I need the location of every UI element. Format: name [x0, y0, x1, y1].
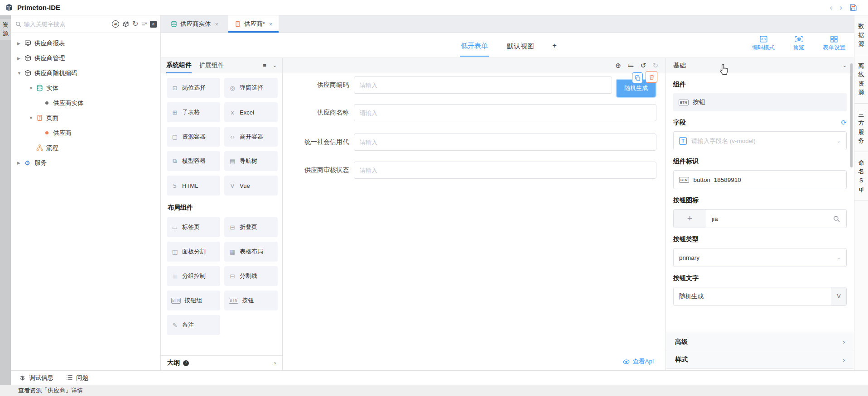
button-text-input[interactable] [674, 287, 831, 305]
collapse-arrow-icon[interactable]: ▼ [29, 116, 36, 120]
collapse-arrow-icon[interactable]: ▼ [29, 86, 36, 91]
chevron-down-icon[interactable]: ⌄ [843, 62, 847, 68]
debug-info-tab[interactable]: 调试信息 [19, 374, 53, 382]
translate-icon[interactable]: a [150, 21, 157, 28]
sort-icon[interactable]: ≡▴ [141, 21, 147, 27]
problems-tab[interactable]: 问题 [66, 374, 88, 382]
component-post-select[interactable]: ⊡岗位选择 [167, 78, 220, 98]
chevron-down-icon[interactable]: ⌄ [273, 62, 277, 68]
delete-icon[interactable] [646, 71, 657, 83]
rail-tab-thirdparty-services[interactable]: 三方服务 [854, 104, 868, 152]
variable-bind-button[interactable]: V [831, 287, 846, 305]
component-collapse-page[interactable]: ⊟折叠页 [224, 217, 278, 237]
credit-code-input[interactable] [354, 134, 656, 151]
rail-tab-named-sql[interactable]: 命名Sql [854, 152, 868, 200]
component-nav-tree[interactable]: ▤导航树 [224, 151, 278, 171]
component-procode-container[interactable]: ‹›高开容器 [224, 127, 278, 147]
component-button[interactable]: BTN按钮 [224, 291, 278, 310]
rail-tab-resources[interactable]: 资源 [0, 19, 11, 40]
tree-item-supplier-random-code[interactable]: ▼ 供应商随机编码 [11, 66, 160, 81]
field-select[interactable]: T ⌄ [673, 131, 847, 150]
right-tool-rail: 数据源 离线资源 三方服务 命名Sql [854, 15, 868, 385]
form-settings-button[interactable]: 表单设置 [822, 36, 846, 52]
view-tab-default-view[interactable]: 默认视图 [506, 35, 535, 56]
tree-item-process[interactable]: 流程 [11, 140, 160, 155]
component-tab-page[interactable]: ▭标签页 [167, 217, 220, 237]
tree-item-pages[interactable]: ▼ 页面 [11, 110, 160, 125]
outline-tree-icon[interactable]: ≔ [627, 62, 634, 69]
expand-arrow-icon[interactable]: ▶ [17, 56, 24, 61]
nav-forward-icon[interactable]: › [839, 4, 842, 11]
component-dialog-select[interactable]: ◎弹窗选择 [224, 78, 278, 98]
panel-split-icon: ◫ [171, 248, 178, 255]
redo-icon[interactable]: ↻ [652, 62, 658, 69]
field-refresh-icon[interactable]: ⟳ [841, 119, 847, 127]
component-divider[interactable]: ⊟分割线 [224, 266, 278, 286]
chevron-right-icon[interactable]: › [274, 360, 276, 366]
rail-tab-datasource[interactable]: 数据源 [854, 15, 868, 55]
component-button-group[interactable]: BTN按钮组 [167, 291, 220, 310]
component-id-input[interactable] [694, 177, 841, 183]
tree-item-services[interactable]: ▶ ⚙ 服务 [11, 155, 160, 170]
component-excel[interactable]: xExcel [224, 102, 278, 122]
button-type-select[interactable]: ⌄ [673, 248, 847, 267]
chevron-down-icon[interactable]: ⌄ [837, 138, 841, 144]
tab-supplier-entity[interactable]: 供应商实体 × [164, 15, 225, 33]
preview-button[interactable]: 预览 [787, 36, 810, 52]
component-html[interactable]: 5HTML [167, 176, 220, 196]
icon-search-button[interactable] [826, 210, 846, 228]
tab-extension-components[interactable]: 扩展组件 [199, 58, 224, 73]
component-group-control[interactable]: ≣分组控制 [167, 266, 220, 286]
nav-tree-icon: ▤ [229, 158, 236, 165]
close-icon[interactable]: × [269, 21, 273, 28]
view-tab-lowcode-form[interactable]: 低开表单 [460, 35, 489, 57]
icon-name-input[interactable] [706, 210, 826, 228]
supplier-name-input[interactable] [354, 104, 656, 121]
collapse-arrow-icon[interactable]: ▼ [17, 71, 24, 76]
refresh-icon[interactable]: ↻ [132, 20, 138, 28]
selected-component-box[interactable]: BTN 按钮 [673, 93, 847, 111]
component-model-container[interactable]: ⧉模型容器 [167, 151, 220, 171]
save-icon[interactable] [849, 4, 857, 11]
outline-footer[interactable]: 大纲 i › [161, 355, 283, 370]
component-remark[interactable]: ✎备注 [167, 315, 220, 335]
component-table-layout[interactable]: ▦表格布局 [224, 242, 278, 262]
component-panel-split[interactable]: ◫面板分割 [167, 242, 220, 262]
ai-search-icon[interactable]: AI [112, 20, 119, 28]
supplier-code-input[interactable] [354, 76, 612, 94]
undo-icon[interactable]: ↺ [641, 62, 646, 69]
button-type-input[interactable] [679, 254, 832, 261]
view-api-link[interactable]: 查看Api [623, 358, 654, 366]
tree-item-supplier-page[interactable]: 供应商 [11, 125, 160, 140]
properties-scrollbar[interactable] [850, 63, 853, 167]
tab-system-components[interactable]: 系统组件 [166, 58, 192, 73]
tree-item-supplier-mgmt[interactable]: ▶ 供应商管理 [11, 51, 160, 66]
panel-menu-icon[interactable]: ≡ [263, 62, 266, 69]
style-section-row[interactable]: 样式 › [666, 351, 854, 369]
new-resource-icon[interactable] [122, 21, 129, 28]
rail-tab-offline-resources[interactable]: 离线资源 [854, 55, 868, 104]
copy-icon[interactable] [632, 72, 643, 83]
component-vue[interactable]: VVue [224, 176, 278, 196]
field-name-input[interactable] [691, 138, 832, 144]
expand-arrow-icon[interactable]: ▶ [17, 41, 24, 46]
close-icon[interactable]: × [215, 21, 219, 28]
search-input[interactable] [24, 21, 109, 28]
tab-supplier-page[interactable]: 供应商* × [228, 15, 279, 33]
tree-item-label: 实体 [46, 84, 58, 92]
audit-status-input[interactable] [354, 162, 656, 179]
i18n-globe-icon[interactable]: ⊕ [615, 62, 621, 69]
tree-item-supplier-report[interactable]: ▶ 供应商报表 [11, 36, 160, 51]
expand-arrow-icon[interactable]: ▶ [17, 161, 24, 165]
tree-item-entities[interactable]: ▼ 实体 [11, 81, 160, 95]
tree-item-supplier-entity[interactable]: 供应商实体 [11, 95, 160, 110]
add-view-button[interactable]: + [552, 41, 557, 50]
properties-panel-header[interactable]: 基础 ⌄ [665, 58, 854, 73]
advanced-section-row[interactable]: 高级 › [666, 333, 854, 351]
chevron-down-icon[interactable]: ⌄ [837, 255, 841, 261]
icon-preview-plus[interactable]: + [674, 210, 706, 228]
component-subtable[interactable]: ⊞子表格 [167, 102, 220, 122]
code-mode-button[interactable]: 编码模式 [752, 36, 775, 52]
nav-back-icon[interactable]: ‹ [830, 4, 833, 11]
component-resource-container[interactable]: ▢资源容器 [167, 127, 220, 147]
